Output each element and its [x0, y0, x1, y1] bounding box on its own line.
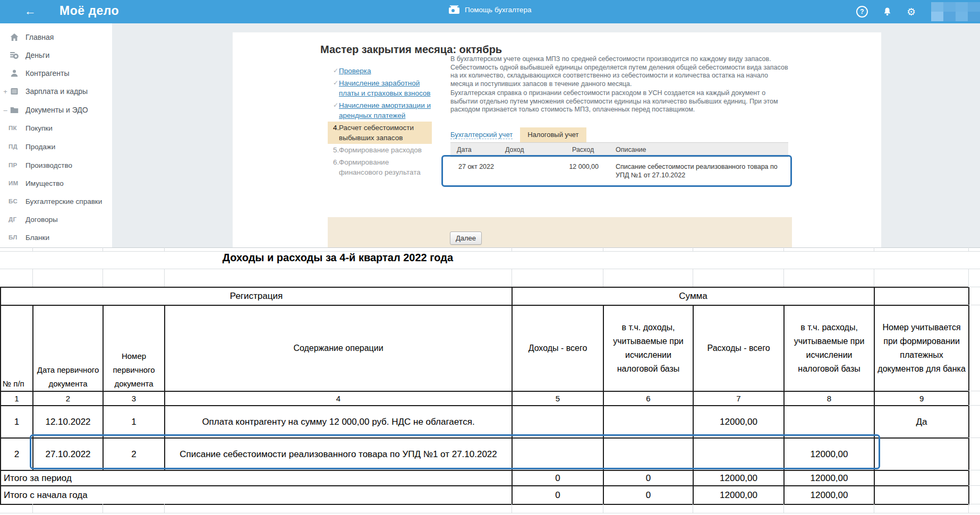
cell-doc: 2	[103, 438, 165, 470]
collapse-minus-icon[interactable]: –	[3, 106, 8, 114]
step-link[interactable]: Начисление амортизации и арендных платеж…	[339, 100, 432, 121]
sidebar-item-label: Договоры	[25, 216, 58, 224]
sidebar-item-property[interactable]: ИМ Имущество	[0, 176, 112, 190]
tab-accounting[interactable]: Бухгалтерский учет	[450, 131, 513, 139]
sidebar-item-label: Продажи	[25, 143, 55, 151]
gridline	[0, 251, 980, 252]
gridline	[693, 504, 693, 513]
gridline	[968, 391, 980, 391]
sidebar-item-salary[interactable]: + Зарплата и кадры	[0, 84, 112, 98]
mini-table-row-selected[interactable]: 27 окт 2022 12 000,00 Списание себестоим…	[450, 156, 788, 184]
total-expense: 12000,00	[693, 470, 784, 486]
next-button[interactable]: Далее	[450, 231, 482, 245]
cell-doc: 1	[103, 406, 165, 438]
gridline	[783, 269, 784, 287]
step-number: 4.	[328, 123, 339, 143]
cell-income-taxbase	[603, 406, 693, 438]
total-expense: 12000,00	[693, 486, 784, 504]
table-row-highlighted: 2 27.10.2022 2 Списание себестоимости ре…	[1, 438, 969, 470]
total-income: 0	[512, 470, 603, 486]
item-code: ПК	[8, 125, 22, 131]
sidebar-item-contracts[interactable]: ДГ Договоры	[0, 212, 112, 226]
report-title: Доходы и расходы за 4-й квартал 2022 год…	[164, 252, 512, 264]
item-code: БЛ	[8, 234, 22, 241]
colnum: 5	[512, 391, 603, 406]
header-doc-number: Номер первичного документа	[103, 305, 165, 391]
gridline	[968, 287, 980, 287]
tab-tax-accounting[interactable]: Налоговый учет	[520, 127, 586, 142]
gridline	[512, 504, 512, 513]
sidebar-item-label: Бланки	[25, 234, 49, 242]
sidebar-item-forms[interactable]: БЛ Бланки	[0, 230, 112, 244]
sidebar-item-documents[interactable]: – Документы и ЭДО	[0, 103, 112, 117]
step-depreciation[interactable]: ✓ Начисление амортизации и арендных плат…	[328, 99, 432, 122]
sidebar-item-money[interactable]: Деньги	[0, 48, 112, 62]
cell-num: 2	[1, 438, 33, 470]
folder-icon	[9, 105, 20, 115]
total-income-taxbase: 0	[603, 486, 693, 504]
info-paragraph-2: Бухгалтерская справка о признании себест…	[450, 89, 790, 114]
sidebar-item-label: Контрагенты	[25, 69, 69, 78]
gear-icon[interactable]: ⚙	[907, 6, 916, 18]
sidebar-item-production[interactable]: ПР Производство	[0, 158, 112, 172]
step-link[interactable]: Начисление заработной платы и страховых …	[339, 78, 432, 98]
app-root: { "colors": { "header_blue": "#41a1dc", …	[0, 0, 980, 515]
sidebar-item-label: Главная	[25, 33, 54, 41]
totals-label: Итого за период	[1, 470, 512, 486]
sidebar-item-accounting-notes[interactable]: БС Бухгалтерские справки	[0, 194, 112, 208]
colnum: 8	[784, 391, 874, 406]
header-expense-taxbase: в т.ч. расходы, учитываемые при исчислен…	[784, 305, 874, 391]
gridline	[968, 470, 980, 470]
step-label: Формирование финансового результата	[339, 157, 432, 177]
income-expense-table: Регистрация Сумма № п/п Дата первичного …	[0, 287, 969, 505]
sidebar-item-sales[interactable]: ПД Продажи	[0, 140, 112, 153]
gridline	[103, 247, 103, 251]
total-income: 0	[512, 486, 603, 504]
user-account-blurred[interactable]	[931, 2, 980, 21]
header-income-taxbase: в т.ч. доходы, учитываемые при исчислени…	[603, 305, 693, 391]
bell-icon[interactable]	[883, 7, 892, 16]
step-label: Расчет себестоимости выбывших запасов	[339, 123, 432, 143]
gridline	[603, 504, 603, 513]
info-paragraph-1: В бухгалтерском учете оценка МПЗ по сред…	[450, 55, 790, 88]
step-check[interactable]: ✓ Проверка	[328, 65, 432, 77]
sidebar-item-label: Деньги	[25, 51, 49, 59]
step-label: Формирование расходов	[339, 145, 422, 155]
item-code: ПР	[8, 162, 22, 168]
step-number: 5.	[328, 145, 339, 155]
check-icon: ✓	[328, 78, 339, 98]
sidebar-item-label: Производство	[25, 161, 72, 169]
colnum: 9	[874, 391, 969, 406]
gridline	[874, 269, 874, 287]
gridline	[968, 485, 980, 486]
cell-expense-taxbase: 12000,00	[784, 438, 874, 470]
app-logo: Моё дело	[59, 4, 119, 18]
question-circle-icon[interactable]: ?	[856, 6, 868, 18]
sidebar-item-label: Бухгалтерские справки	[25, 198, 102, 205]
sidebar-item-label: Документы и ЭДО	[25, 106, 88, 114]
money-icon	[9, 50, 20, 61]
expand-plus-icon[interactable]: +	[3, 88, 8, 96]
gridline	[783, 247, 784, 251]
colnum: 2	[33, 391, 103, 406]
step-payroll[interactable]: ✓ Начисление заработной платы и страховы…	[328, 77, 432, 99]
check-icon: ✓	[328, 66, 339, 76]
total-income-taxbase: 0	[603, 470, 693, 486]
step-number: 6.	[328, 157, 339, 177]
cell-expense-taxbase	[784, 406, 874, 438]
total-bank	[874, 470, 969, 486]
total-bank	[874, 486, 969, 504]
gridline	[164, 504, 165, 513]
home-icon	[9, 32, 20, 42]
help-center-button[interactable]: Помощь бухгалтера	[449, 5, 531, 14]
table-row: 1 12.10.2022 1 Оплата контрагенту на сум…	[1, 406, 969, 438]
gridline	[968, 437, 980, 438]
money-stack-icon	[449, 5, 459, 14]
sidebar-item-purchases[interactable]: ПК Покупки	[0, 121, 112, 135]
gridline	[512, 247, 512, 251]
sidebar-item-main[interactable]: Главная	[0, 30, 112, 44]
step-link[interactable]: Проверка	[339, 66, 371, 76]
colnum: 7	[693, 391, 784, 406]
back-arrow-button[interactable]: ←	[24, 4, 36, 18]
sidebar-item-contractors[interactable]: Контрагенты	[0, 66, 112, 80]
